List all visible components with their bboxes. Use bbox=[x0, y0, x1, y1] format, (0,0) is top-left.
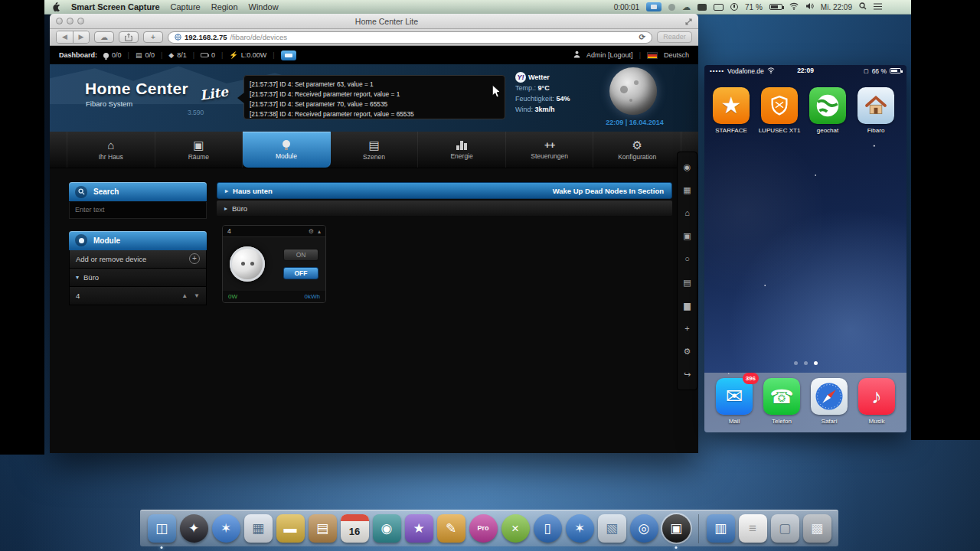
icloud-tabs-button[interactable]: ☁ bbox=[94, 31, 114, 43]
modules-icon[interactable]: ○ bbox=[684, 255, 690, 263]
dock-archive-box[interactable]: ▥ bbox=[707, 514, 735, 543]
browser-title-bar[interactable]: Home Center Lite bbox=[50, 14, 698, 29]
devices-icon[interactable]: + bbox=[684, 324, 689, 333]
mail-app-icon[interactable]: ✉396 bbox=[716, 378, 753, 415]
reload-icon[interactable]: ⟳ bbox=[639, 33, 645, 41]
tab-ihr-haus[interactable]: ⌂Ihr Haus bbox=[67, 132, 155, 168]
back-button[interactable]: ◀ bbox=[57, 31, 73, 43]
dock-star-app[interactable]: ★ bbox=[405, 514, 433, 543]
dock-appstore-app[interactable]: ✶ bbox=[566, 514, 594, 543]
tab-räume[interactable]: ▣Räume bbox=[155, 132, 243, 168]
fibaro-app-icon[interactable] bbox=[858, 87, 894, 124]
add-remove-device-row[interactable]: Add or remove device + bbox=[69, 250, 207, 269]
room-header[interactable]: ▸ Büro bbox=[217, 201, 672, 216]
forward-button[interactable]: ▶ bbox=[73, 31, 89, 43]
battery-counter[interactable]: 0 bbox=[201, 51, 215, 59]
lupusec xt1-app-icon[interactable] bbox=[761, 87, 798, 124]
off-button[interactable]: OFF bbox=[283, 267, 318, 279]
new-tab-button[interactable]: + bbox=[143, 31, 163, 43]
history-nav-buttons[interactable]: ◀▶ bbox=[56, 31, 90, 44]
menu-region[interactable]: Region bbox=[211, 2, 238, 11]
dock-contacts[interactable]: ▤ bbox=[309, 514, 337, 543]
language-selector[interactable]: Deutsch bbox=[664, 51, 689, 59]
volume-icon[interactable] bbox=[805, 2, 814, 11]
tab-energie[interactable]: Energie bbox=[418, 132, 506, 168]
tab-module[interactable]: Module bbox=[243, 132, 331, 168]
dock-globe-app[interactable]: ◎ bbox=[630, 514, 658, 543]
musik-app-icon[interactable]: ♪ bbox=[858, 378, 895, 415]
dock-calendar[interactable]: 16 bbox=[341, 514, 369, 543]
time-machine-icon[interactable] bbox=[730, 3, 738, 11]
starface-app-icon[interactable]: ★ bbox=[713, 87, 750, 124]
iphone-app-musik[interactable]: ♪Musik bbox=[857, 378, 897, 432]
network-badge-icon[interactable] bbox=[281, 51, 296, 60]
share-button[interactable] bbox=[119, 31, 139, 43]
wifi-icon[interactable] bbox=[789, 2, 799, 11]
plus-icon[interactable]: + bbox=[189, 253, 200, 264]
dock-text-document[interactable]: ≡ bbox=[739, 514, 767, 543]
sort-up-icon[interactable]: ▲ bbox=[181, 292, 188, 299]
dock-pro-app[interactable]: Pro bbox=[469, 514, 498, 543]
dock-media-app[interactable]: ▯ bbox=[534, 514, 562, 543]
dashboard-icon[interactable]: ▦ bbox=[683, 186, 691, 194]
blinds-counter[interactable]: ▤0/0 bbox=[136, 51, 155, 59]
dock-pen-app[interactable]: ✎ bbox=[437, 514, 466, 543]
menu-capture[interactable]: Capture bbox=[171, 2, 201, 11]
dock-safari[interactable]: ✶ bbox=[212, 514, 240, 543]
pins-counter[interactable]: ◆8/1 bbox=[168, 51, 186, 59]
telefon-app-icon[interactable]: ☎ bbox=[763, 378, 800, 415]
menubar-clock[interactable]: Mi. 22:09 bbox=[821, 3, 852, 11]
wake-up-dead-nodes-button[interactable]: Wake Up Dead Nodes In Section bbox=[553, 187, 664, 195]
zoom-button[interactable] bbox=[77, 18, 84, 24]
dock-delivery[interactable]: ▬ bbox=[276, 514, 305, 543]
fullscreen-icon[interactable] bbox=[685, 15, 692, 28]
minimize-button[interactable] bbox=[67, 18, 74, 24]
dock-launchpad[interactable]: ✦ bbox=[180, 514, 208, 543]
menubar-app-name[interactable]: Smart Screen Capture bbox=[71, 2, 160, 11]
apple-menu-icon[interactable] bbox=[52, 2, 60, 13]
battery-icon[interactable] bbox=[769, 4, 782, 10]
close-button[interactable] bbox=[56, 18, 63, 24]
notification-center-icon[interactable] bbox=[874, 3, 882, 11]
search-input[interactable] bbox=[69, 202, 207, 219]
admin-logout-link[interactable]: Admin [Logout] bbox=[586, 51, 633, 59]
geochat-app-icon[interactable] bbox=[809, 87, 846, 124]
iphone-app-lupusec-xt1[interactable]: LUPUSEC XT1 bbox=[760, 87, 799, 134]
expand-icon[interactable]: ▴ bbox=[318, 228, 321, 235]
room-filter-row[interactable]: ▾ Büro bbox=[69, 269, 207, 287]
window-controls[interactable] bbox=[56, 18, 88, 24]
energy-icon[interactable]: ▆ bbox=[684, 302, 690, 310]
dock-capture-app[interactable]: ▣ bbox=[662, 514, 691, 543]
logout-icon[interactable]: ↪ bbox=[684, 370, 691, 379]
menu-window[interactable]: Window bbox=[249, 2, 279, 11]
tab-steuerungen[interactable]: ++Steuerungen bbox=[506, 132, 594, 168]
tab-szenen[interactable]: ▤Szenen bbox=[331, 132, 419, 168]
dock-x-app[interactable]: × bbox=[501, 514, 530, 543]
screen-recording-badge-icon[interactable] bbox=[646, 2, 662, 11]
iphone-app-telefon[interactable]: ☎Telefon bbox=[762, 378, 802, 432]
settings-icon[interactable]: ⚙ bbox=[684, 347, 691, 356]
iphone-app-mail[interactable]: ✉396Mail bbox=[714, 378, 754, 432]
reader-button[interactable]: Reader bbox=[657, 31, 692, 43]
cassette-icon[interactable] bbox=[697, 4, 707, 11]
sort-down-icon[interactable]: ▼ bbox=[194, 292, 200, 299]
tab-konfiguration[interactable]: ⚙Konfiguration bbox=[593, 132, 681, 168]
dock-map-app[interactable]: ▧ bbox=[598, 514, 626, 543]
iphone-app-safari[interactable]: Safari bbox=[809, 378, 849, 432]
lights-counter[interactable]: 0/0 bbox=[103, 51, 122, 59]
rooms-icon[interactable]: ▣ bbox=[683, 232, 691, 240]
iphone-app-geochat[interactable]: geochat bbox=[808, 87, 848, 134]
safari-app-icon[interactable] bbox=[811, 378, 848, 415]
cloud-icon[interactable]: ☁ bbox=[682, 2, 691, 12]
wrench-icon[interactable]: ⚙ bbox=[309, 228, 314, 235]
house-icon[interactable]: ⌂ bbox=[684, 209, 690, 217]
power-counter[interactable]: ⚡L:0.00W bbox=[229, 51, 266, 59]
iphone-app-fibaro[interactable]: Fibaro bbox=[856, 87, 896, 134]
on-button[interactable]: ON bbox=[283, 249, 318, 261]
dock-preview[interactable]: ▦ bbox=[244, 514, 273, 543]
spotlight-icon[interactable] bbox=[859, 2, 867, 11]
section-header[interactable]: ▸ Haus unten Wake Up Dead Nodes In Secti… bbox=[217, 182, 672, 199]
address-bar[interactable]: 192.168.2.75/fibaro/de/devices ⟳ bbox=[168, 31, 652, 44]
iphone-app-starface[interactable]: ★STARFACE bbox=[711, 87, 751, 134]
device-filter-row[interactable]: 4 ▲▼ bbox=[69, 287, 207, 305]
